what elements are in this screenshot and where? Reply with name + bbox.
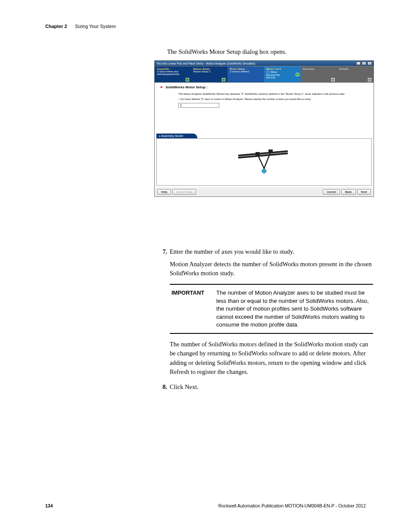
axes-count-input[interactable] (178, 103, 219, 108)
pending-icon (368, 78, 371, 81)
svg-rect-2 (255, 152, 260, 156)
arrow-right-red-icon: ➔ (160, 85, 163, 89)
check-icon (186, 78, 189, 81)
wizard-steps: Assembly : C:\Documents and Settings\gpu… (155, 66, 374, 83)
minimize-icon[interactable]: _ (356, 62, 361, 65)
next-button[interactable]: Next (357, 189, 371, 195)
step-motion-study[interactable]: Motion Study : Motion Study 1 (191, 66, 228, 82)
motors-change-paragraph: The number of SolidWorks motors defined … (170, 340, 373, 376)
assembly-model-viewport[interactable] (156, 138, 372, 186)
step-results[interactable]: Results (337, 66, 374, 82)
close-icon[interactable]: × (367, 62, 372, 65)
dialog-body: The Motion Analyzer SolidWorks Wizard ha… (155, 90, 374, 112)
page-header: Chapter 2 Sizing Your System (45, 24, 366, 29)
page-number: 134 (45, 503, 53, 508)
cancel-button[interactable]: Cancel (323, 189, 340, 195)
important-content: The number of Motion Analyzer axes to be… (216, 289, 373, 329)
section-label: Sizing Your System (75, 24, 116, 29)
motor-icon (266, 70, 270, 74)
solidworks-motor-setup-dialog: Two Axis Linear Pick and Place Demo - Mo… (154, 60, 374, 197)
step-motor-setup[interactable]: Motor Setup : 2 motors defined (227, 66, 264, 82)
step-7: 7. Enter the number of axes you would li… (158, 247, 373, 256)
section-heading: ➔ SolidWorks Motor Setup : (155, 83, 374, 90)
maximize-icon[interactable]: □ (362, 62, 366, 65)
dialog-titlebar: Two Axis Linear Pick and Place Demo - Mo… (155, 61, 374, 66)
svg-rect-3 (268, 149, 273, 153)
svg-point-4 (262, 169, 266, 173)
help-button[interactable]: Help (157, 189, 171, 195)
important-callout: IMPORTANT The number of Motion Analyzer … (170, 284, 373, 334)
page-footer: 134 Rockwell Automation Publication MOTI… (45, 503, 366, 508)
step-8: 8. Click Next. (158, 383, 373, 392)
check-icon (222, 78, 225, 81)
important-label: IMPORTANT (170, 289, 216, 329)
instruction-text-block: 7. Enter the number of axes you would li… (158, 247, 373, 394)
window-controls: _ □ × (356, 62, 372, 65)
intro-text: The SolidWorks Motor Setup dialog box op… (167, 47, 370, 56)
dialog-footer: Help Export Data Cancel Back Next (155, 187, 374, 196)
step-assembly[interactable]: Assembly : C:\Documents and Settings\gpu… (155, 66, 191, 82)
dialog-title-text: Two Axis Linear Pick and Place Demo - Mo… (156, 62, 255, 65)
step-summary[interactable]: Summary (301, 66, 337, 82)
axes-instruction-text: • You have defined "2" axes of motion in… (178, 98, 356, 100)
publication-info: Rockwell Automation Publication MOTION-U… (218, 503, 366, 508)
arrow-right-icon (296, 72, 299, 76)
step-7-paragraph: Motion Analyzer detects the number of So… (170, 260, 373, 278)
assembly-model-panel: Assembly Model (156, 134, 372, 186)
export-data-button[interactable]: Export Data (172, 189, 196, 195)
detected-motors-text: The Motion Analyzer SolidWorks Wizard ha… (178, 93, 356, 95)
intro-area: The SolidWorks Motor Setup dialog box op… (167, 47, 370, 62)
step-motor-current[interactable]: Motor 1 of 2 Motor Moving Part MA Axis (264, 66, 301, 82)
assembly-model-header[interactable]: Assembly Model (156, 134, 197, 138)
pending-icon (331, 78, 335, 81)
back-button[interactable]: Back (341, 189, 356, 195)
assembly-3d-preview (236, 147, 292, 177)
chapter-label: Chapter 2 (45, 24, 67, 29)
